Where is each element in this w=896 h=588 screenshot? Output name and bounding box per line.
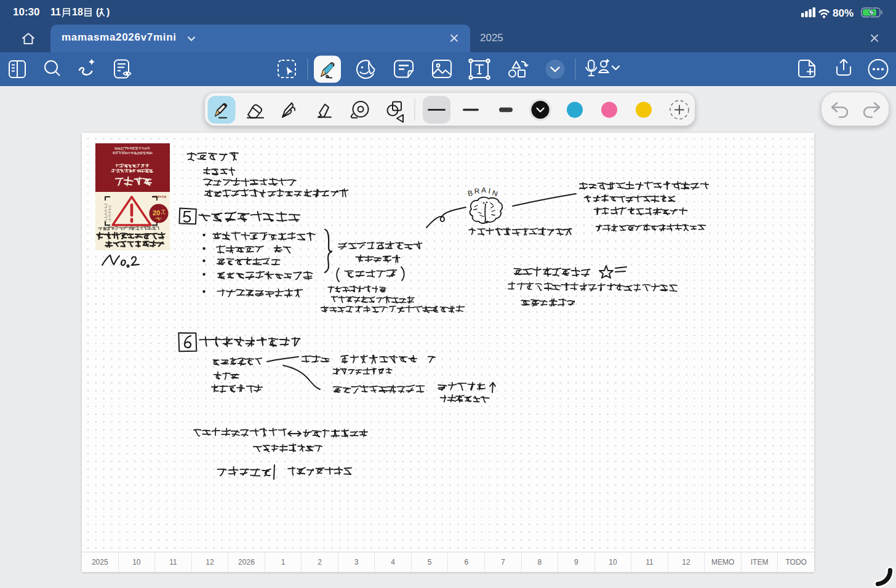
svg-text:(: (: [96, 7, 100, 17]
svg-text:80%: 80%: [833, 7, 854, 19]
svg-text:): ): [106, 7, 110, 17]
svg-text:11: 11: [50, 7, 61, 17]
svg-text:18: 18: [72, 7, 83, 17]
